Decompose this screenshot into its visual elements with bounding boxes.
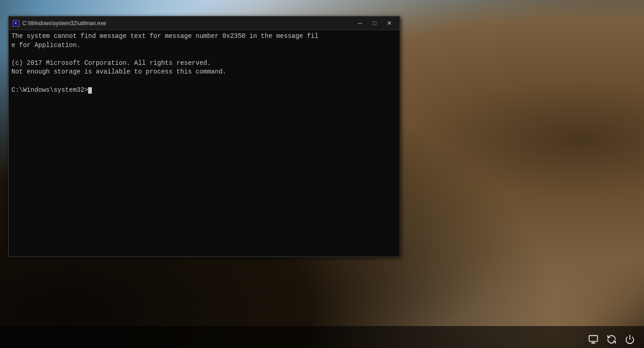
display-icon[interactable]	[588, 334, 598, 344]
close-button[interactable]: ✕	[382, 19, 396, 28]
cmd-title: C:\Windows\system32\utilman.exe	[22, 20, 353, 26]
power-icon[interactable]	[625, 334, 635, 344]
cmd-icon-inner: C	[13, 20, 19, 26]
cmd-output: The system cannot find message text for …	[11, 32, 397, 95]
cmd-body[interactable]: The system cannot find message text for …	[9, 30, 400, 257]
system-tray	[588, 334, 635, 344]
cmd-titlebar: C C:\Windows\system32\utilman.exe ─ □ ✕	[9, 16, 400, 30]
cmd-window-controls: ─ □ ✕	[353, 19, 396, 28]
minimize-button[interactable]: ─	[353, 19, 367, 28]
cmd-window-icon: C	[12, 20, 20, 27]
cmd-cursor	[88, 87, 92, 94]
svg-rect-0	[589, 336, 597, 342]
maximize-button[interactable]: □	[368, 19, 381, 28]
taskbar	[0, 326, 644, 348]
cmd-window: C C:\Windows\system32\utilman.exe ─ □ ✕ …	[8, 16, 400, 257]
refresh-icon[interactable]	[607, 334, 617, 344]
